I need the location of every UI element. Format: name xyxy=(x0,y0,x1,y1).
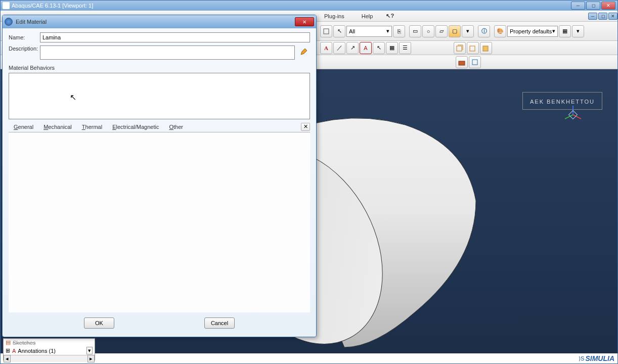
rectangle-select-icon[interactable]: ▭ xyxy=(409,25,421,37)
dialog-icon xyxy=(5,18,13,26)
annotation-a-icon[interactable]: A xyxy=(320,42,332,54)
scroll-left-icon[interactable]: ◂ xyxy=(4,355,11,362)
footer-brand: ⟩S SIMULIA xyxy=(579,353,614,363)
behaviors-listbox[interactable]: ↖ xyxy=(9,73,310,119)
tree-dropdown-icon[interactable]: ▾ xyxy=(86,347,93,354)
hidden-box-icon[interactable] xyxy=(467,42,479,54)
cursor-icon[interactable]: ↖ xyxy=(373,42,385,54)
dropdown2-icon[interactable]: ▾ xyxy=(572,25,584,37)
svg-rect-4 xyxy=(470,46,475,51)
scroll-right-icon[interactable]: ▸ xyxy=(87,355,95,362)
wireframe-box-icon[interactable] xyxy=(454,42,466,54)
copy-icon[interactable]: ⎘ xyxy=(393,25,405,37)
box-select-icon[interactable]: ▢ xyxy=(449,25,461,37)
sketch-icon: ▤ xyxy=(6,339,11,346)
description-input[interactable] xyxy=(40,46,295,60)
description-label: Description: xyxy=(9,46,40,52)
name-label: Name: xyxy=(9,34,40,40)
menu-help[interactable]: Help xyxy=(354,12,381,20)
minimize-button[interactable]: ─ xyxy=(571,2,585,10)
view-triad-icon[interactable] xyxy=(563,105,583,125)
datum-plane-icon[interactable] xyxy=(456,56,468,68)
maximize-button[interactable]: ◻ xyxy=(586,2,600,10)
annotation-icon: A xyxy=(12,348,16,354)
poly-select-icon[interactable]: ▱ xyxy=(435,25,448,37)
tab-electrical[interactable]: Electrical/Magnetic xyxy=(107,123,164,131)
pencil-icon xyxy=(300,48,308,56)
edit-material-dialog: Edit Material ✕ Name: Description: Mater… xyxy=(2,15,317,337)
cube-view-icon[interactable]: ▦ xyxy=(559,25,571,37)
context-help-icon[interactable]: ↖? xyxy=(382,12,398,20)
svg-line-10 xyxy=(565,115,573,119)
name-input[interactable] xyxy=(40,32,310,42)
tab-general[interactable]: GGeneraleneral xyxy=(9,123,38,131)
behaviors-label: Material Behaviors xyxy=(9,65,310,71)
arrow-icon[interactable]: ↗ xyxy=(346,42,359,54)
datum-axis-icon[interactable] xyxy=(469,56,481,68)
menu-plugins[interactable]: Plug-ins xyxy=(316,12,352,20)
ok-button[interactable]: OK xyxy=(84,317,114,329)
svg-rect-7 xyxy=(472,60,477,65)
delete-behavior-button[interactable]: ✕ xyxy=(301,123,310,131)
table-icon[interactable]: ▦ xyxy=(386,42,398,54)
selection-cursor-icon[interactable]: ↖ xyxy=(333,25,345,37)
render-style-combo[interactable]: Property defaults▾ xyxy=(507,26,558,37)
material-tabs: GGeneraleneral Mechanical Thermal Electr… xyxy=(9,121,310,132)
selection-filter-combo[interactable]: All▾ xyxy=(346,26,392,37)
line-icon[interactable]: ／ xyxy=(333,42,345,54)
list-icon[interactable]: ☰ xyxy=(399,42,411,54)
dropdown-icon[interactable]: ▾ xyxy=(462,25,474,37)
dialog-title: Edit Material xyxy=(16,19,47,25)
svg-rect-0 xyxy=(324,29,329,34)
mdi-close-button[interactable]: ✕ xyxy=(608,13,617,20)
color-palette-icon[interactable]: 🎨 xyxy=(494,25,506,37)
mdi-restore-button[interactable]: ◻ xyxy=(598,13,607,20)
dialog-titlebar[interactable]: Edit Material ✕ xyxy=(3,15,316,28)
dialog-close-button[interactable]: ✕ xyxy=(295,17,314,26)
app-titlebar[interactable]: Abaqus/CAE 6.13-1 [Viewport: 1] ─ ◻ ✕ xyxy=(1,1,617,11)
svg-line-9 xyxy=(573,115,581,119)
tab-mechanical[interactable]: Mechanical xyxy=(38,123,77,131)
query-icon[interactable] xyxy=(320,25,332,37)
info-icon[interactable]: ⓘ xyxy=(478,25,490,37)
svg-rect-1 xyxy=(457,46,462,51)
mouse-cursor-icon: ↖ xyxy=(70,93,76,102)
tree-item-sketches[interactable]: ▤ Sketches xyxy=(4,339,95,346)
circle-select-icon[interactable]: ○ xyxy=(422,25,434,37)
edit-description-button[interactable] xyxy=(298,46,310,58)
tree-scrollbar[interactable]: ◂ ▸ xyxy=(4,355,95,362)
shaded-box-icon[interactable] xyxy=(480,42,492,54)
tree-item-annotations[interactable]: ⊞ A Annotations (1) ▾ xyxy=(4,346,95,355)
svg-rect-6 xyxy=(459,61,465,65)
close-button[interactable]: ✕ xyxy=(601,2,615,10)
text-a-icon[interactable]: A xyxy=(360,42,372,54)
tab-thermal[interactable]: Thermal xyxy=(77,123,107,131)
tab-other[interactable]: Other xyxy=(164,123,188,131)
expand-icon[interactable]: ⊞ xyxy=(6,347,10,354)
material-content-area xyxy=(9,132,310,312)
mdi-minimize-button[interactable]: ─ xyxy=(588,13,597,20)
cancel-button[interactable]: Cancel xyxy=(204,317,235,329)
watermark-label: AEK BENKHETTOU xyxy=(522,92,602,110)
app-icon xyxy=(3,2,10,9)
svg-rect-5 xyxy=(483,46,488,51)
app-title: Abaqus/CAE 6.13-1 [Viewport: 1] xyxy=(12,3,93,9)
model-tree-fragment: ▤ Sketches ⊞ A Annotations (1) ▾ ◂ ▸ xyxy=(3,338,95,360)
